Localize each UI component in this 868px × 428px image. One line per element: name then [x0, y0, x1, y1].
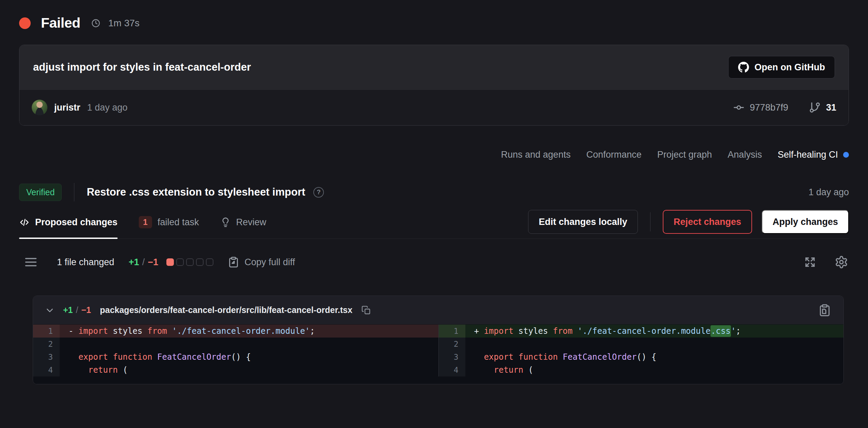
diff-pane-right: 1+ import styles from './feat-cancel-ord…: [438, 325, 844, 376]
code-text: return (: [60, 363, 438, 376]
tabs-row: Proposed changes 1 failed task Review Ed…: [19, 207, 849, 239]
line-number: 3: [439, 351, 465, 363]
tab-review[interactable]: Review: [220, 207, 267, 239]
commit-title: adjust import for styles in feat-cancel-…: [33, 61, 251, 73]
copy-file-diff-icon[interactable]: [818, 304, 831, 317]
line-number: 4: [33, 363, 60, 376]
line-number: 3: [33, 351, 60, 363]
fix-title: Restore .css extension to stylesheet imp…: [87, 186, 305, 198]
expand-icon[interactable]: [803, 255, 817, 269]
file-list-menu-icon[interactable]: [25, 257, 37, 267]
tab-failed-task[interactable]: 1 failed task: [139, 207, 199, 239]
help-icon[interactable]: ?: [313, 187, 324, 198]
diff-block-removed: [166, 258, 174, 266]
branch-count-item[interactable]: 31: [809, 101, 836, 114]
line-number: 1: [33, 325, 60, 338]
file-added-count: +1: [63, 305, 73, 315]
code-text: export function FeatCancelOrder() {: [60, 351, 438, 363]
diff-line-ctx: 4 return (: [33, 363, 438, 376]
diff-block-empty: [196, 258, 204, 266]
copy-full-diff-button[interactable]: Copy full diff: [228, 256, 295, 268]
edit-changes-locally-button[interactable]: Edit changes locally: [528, 210, 638, 234]
commit-sha: 9778b7f9: [750, 102, 788, 113]
commit-sha-item[interactable]: 9778b7f9: [733, 102, 788, 113]
nav-item-self-healing-ci[interactable]: Self-healing CI: [778, 149, 849, 160]
tab-proposed-changes[interactable]: Proposed changes: [19, 207, 118, 239]
commit-time-ago: 1 day ago: [87, 102, 128, 113]
self-healing-ci-page: Failed 1m 37s adjust import for styles i…: [0, 0, 868, 428]
diff-line-ctx: 3 export function FeatCancelOrder() {: [33, 351, 438, 363]
removed-count: −1: [148, 257, 158, 268]
files-changed-label: 1 file changed: [57, 257, 114, 268]
git-branch-icon: [809, 101, 821, 114]
code-text: + import styles from './feat-cancel-orde…: [465, 325, 844, 338]
diff-block-empty: [186, 258, 194, 266]
code-icon: [19, 217, 30, 228]
divider: [650, 212, 650, 231]
clock-icon: [91, 18, 101, 28]
diff-panel: +1 / −1 packages/orders/feat-cancel-orde…: [33, 296, 844, 384]
tabs: Proposed changes 1 failed task Review: [19, 207, 266, 239]
file-removed-count: −1: [81, 305, 91, 315]
git-commit-icon: [733, 102, 745, 113]
run-duration: 1m 37s: [108, 18, 139, 29]
commit-card-header: adjust import for styles in feat-cancel-…: [19, 45, 849, 89]
active-nav-dot: [843, 152, 849, 158]
nav-item-project-graph[interactable]: Project graph: [657, 149, 712, 160]
code-text: [465, 338, 844, 351]
branch-count: 31: [826, 102, 836, 113]
commit-author: juristr 1 day ago: [32, 100, 128, 115]
nav-item-conformance[interactable]: Conformance: [586, 149, 642, 160]
diff-block-empty: [176, 258, 184, 266]
commit-card: adjust import for styles in feat-cancel-…: [19, 45, 849, 126]
diff-block-empty: [206, 258, 213, 266]
added-count: +1: [129, 257, 139, 268]
diff-toolbar-right: [803, 255, 849, 269]
diff-line-ctx: 2: [33, 338, 438, 351]
code-text: export function FeatCancelOrder() {: [465, 351, 844, 363]
file-path[interactable]: packages/orders/feat-cancel-order/src/li…: [100, 305, 353, 315]
fix-time-ago: 1 day ago: [808, 187, 849, 198]
line-number: 4: [439, 363, 465, 376]
code-text: [60, 338, 438, 351]
diff-line-ctx: 3 export function FeatCancelOrder() {: [439, 351, 844, 363]
copy-path-icon[interactable]: [361, 305, 371, 315]
failed-task-count-badge: 1: [139, 216, 152, 228]
diff-file-header: +1 / −1 packages/orders/feat-cancel-orde…: [33, 296, 843, 325]
avatar[interactable]: [32, 100, 47, 115]
open-on-github-button[interactable]: Open on GitHub: [728, 56, 835, 79]
line-number: 2: [33, 338, 60, 351]
nav-item-self-healing-ci-label: Self-healing CI: [778, 149, 838, 160]
fix-actions: Edit changes locally Reject changes Appl…: [528, 210, 849, 236]
stat-separator: /: [142, 257, 145, 268]
copy-full-diff-label: Copy full diff: [244, 257, 295, 268]
nav-item-runs-and-agents[interactable]: Runs and agents: [501, 149, 571, 160]
diff-line-ctx: 4 return (: [439, 363, 844, 376]
open-on-github-label: Open on GitHub: [754, 62, 825, 73]
chevron-down-icon[interactable]: [45, 306, 54, 315]
diff-line-added: 1+ import styles from './feat-cancel-ord…: [439, 325, 844, 338]
nav-item-analysis[interactable]: Analysis: [728, 149, 762, 160]
code-text: return (: [465, 363, 844, 376]
run-status-row: Failed 1m 37s: [19, 15, 849, 31]
tab-review-label: Review: [236, 217, 267, 228]
github-icon: [738, 62, 749, 73]
line-number: 2: [439, 338, 465, 351]
apply-changes-button[interactable]: Apply changes: [762, 210, 849, 234]
lightbulb-icon: [220, 217, 231, 228]
line-number: 1: [439, 325, 465, 338]
failed-status-dot: [19, 17, 31, 29]
diff-body: 1- import styles from './feat-cancel-ord…: [33, 325, 843, 384]
reject-changes-button[interactable]: Reject changes: [663, 210, 752, 234]
diff-stat: +1 / −1: [129, 257, 158, 268]
diff-toolbar: 1 file changed +1 / −1 Copy full diff: [19, 255, 849, 269]
diff-line-removed: 1- import styles from './feat-cancel-ord…: [33, 325, 438, 338]
gear-icon[interactable]: [835, 255, 848, 269]
diff-pane-left: 1- import styles from './feat-cancel-ord…: [33, 325, 438, 376]
commit-card-meta-row: juristr 1 day ago 9778b7f9 31: [19, 89, 849, 125]
code-text: - import styles from './feat-cancel-orde…: [60, 325, 438, 338]
author-name[interactable]: juristr: [54, 102, 80, 113]
diff-stat-blocks: [166, 258, 213, 266]
verified-badge: Verified: [19, 184, 62, 201]
workspace-nav: Runs and agents Conformance Project grap…: [19, 149, 849, 160]
